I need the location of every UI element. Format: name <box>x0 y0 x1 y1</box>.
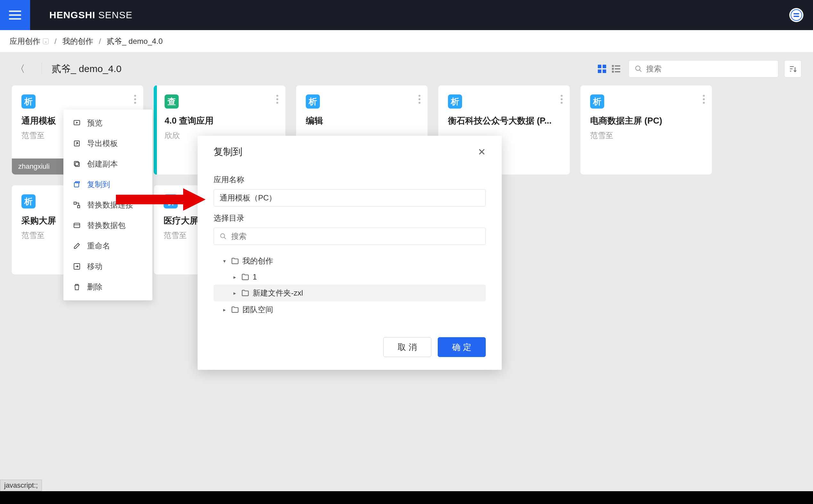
svg-rect-22 <box>74 161 78 166</box>
back-button[interactable]: 〈 <box>12 61 29 77</box>
menu-replace-pkg[interactable]: 替换数据包 <box>63 215 152 236</box>
rename-icon <box>72 241 81 250</box>
menu-label: 预览 <box>87 118 102 128</box>
duplicate-icon <box>72 159 81 168</box>
breadcrumb-separator: / <box>99 37 101 46</box>
copyto-icon <box>72 180 81 189</box>
tree-node-mywork[interactable]: ▾ 我的创作 <box>214 253 486 269</box>
svg-rect-7 <box>612 65 614 67</box>
tree-node-folder2[interactable]: ▸ 新建文件夹-zxl <box>214 285 486 301</box>
analysis-badge-icon: 析 <box>448 94 462 109</box>
svg-rect-4 <box>603 65 606 68</box>
card-more-button[interactable] <box>419 93 420 105</box>
analysis-badge-icon: 析 <box>21 194 36 208</box>
annotation-arrow <box>116 188 206 212</box>
topbar: HENGSHI SENSE <box>0 0 813 30</box>
statusbar-js-label: javascript:; <box>0 480 42 491</box>
cancel-button[interactable]: 取消 <box>383 337 431 357</box>
page-title: 贰爷_ demo_4.0 <box>52 62 121 76</box>
grid-icon <box>598 64 606 73</box>
menu-label: 创建副本 <box>87 159 118 169</box>
menu-rename[interactable]: 重命名 <box>63 236 152 256</box>
menu-move[interactable]: 移动 <box>63 256 152 277</box>
svg-rect-6 <box>603 69 606 73</box>
replace-pkg-icon <box>72 221 81 230</box>
delete-icon <box>72 282 81 291</box>
tree-label: 我的创作 <box>242 256 273 266</box>
copy-to-modal: 复制到 ✕ 应用名称 选择目录 ▾ 我的创作 ▸ 1 ▸ 新建文件夹-zxl <box>198 136 502 370</box>
svg-line-33 <box>224 237 226 239</box>
search-box[interactable] <box>629 60 778 77</box>
menu-label: 替换数据包 <box>87 220 126 231</box>
card-more-button[interactable] <box>703 93 705 105</box>
card-title: 电商数据主屏 (PC) <box>590 115 702 126</box>
breadcrumb-current: 贰爷_ demo_4.0 <box>107 36 163 46</box>
folder-icon <box>241 273 249 281</box>
svg-marker-19 <box>76 122 78 124</box>
sort-icon <box>789 65 797 73</box>
folder-tree: ▾ 我的创作 ▸ 1 ▸ 新建文件夹-zxl ▸ 团队空间 <box>214 253 486 318</box>
menu-delete[interactable]: 删除 <box>63 277 152 297</box>
folder-icon <box>241 289 249 297</box>
search-icon <box>635 65 642 73</box>
card-owner: 范雪至 <box>590 130 702 141</box>
grid-view-button[interactable] <box>597 64 607 74</box>
menu-label: 删除 <box>87 282 102 292</box>
caret-down-icon: ▾ <box>223 258 228 264</box>
app-name-input[interactable] <box>214 189 486 207</box>
menu-label: 导出模板 <box>87 138 118 149</box>
confirm-button[interactable]: 确定 <box>438 337 486 357</box>
page-header: 〈 贰爷_ demo_4.0 <box>0 53 813 85</box>
card-more-button[interactable] <box>561 93 563 105</box>
svg-rect-12 <box>615 71 620 72</box>
svg-rect-26 <box>77 206 80 208</box>
svg-point-13 <box>636 66 640 70</box>
chevron-down-icon: ⌄ <box>43 38 49 44</box>
modal-header: 复制到 ✕ <box>198 136 502 165</box>
svg-rect-9 <box>612 68 614 70</box>
analysis-badge-icon: 析 <box>590 94 604 109</box>
tree-node-folder1[interactable]: ▸ 1 <box>214 269 486 285</box>
card-more-button[interactable] <box>276 93 278 105</box>
card-more-button[interactable] <box>134 93 136 105</box>
menu-preview[interactable]: 预览 <box>63 113 152 133</box>
hamburger-menu-button[interactable] <box>0 0 30 30</box>
preview-icon <box>72 118 81 127</box>
avatar-icon <box>791 9 802 21</box>
search-input[interactable] <box>646 64 772 73</box>
svg-rect-10 <box>615 68 620 69</box>
dir-search-input[interactable] <box>231 232 480 241</box>
svg-rect-11 <box>612 71 614 73</box>
folder-icon <box>231 305 239 314</box>
tree-label: 新建文件夹-zxl <box>253 288 303 298</box>
analysis-badge-icon: 析 <box>306 94 320 109</box>
svg-rect-25 <box>74 202 76 204</box>
svg-point-32 <box>221 234 225 238</box>
label-select-dir: 选择目录 <box>214 213 486 223</box>
hamburger-icon <box>9 11 21 20</box>
dir-search-box[interactable] <box>214 228 486 245</box>
sort-button[interactable] <box>784 60 801 77</box>
menu-duplicate[interactable]: 创建副本 <box>63 154 152 174</box>
svg-line-14 <box>639 70 641 72</box>
list-view-button[interactable] <box>611 64 621 74</box>
card-title: 编辑 <box>306 115 418 126</box>
user-avatar[interactable] <box>789 8 803 22</box>
query-badge-icon: 查 <box>165 94 179 109</box>
brand-logo: HENGSHI SENSE <box>49 10 133 20</box>
svg-rect-30 <box>116 195 186 204</box>
modal-close-button[interactable]: ✕ <box>478 146 486 158</box>
menu-label: 重命名 <box>87 241 110 251</box>
card-title: 衡石科技公众号大数据 (P... <box>448 115 560 126</box>
svg-rect-2 <box>793 16 799 17</box>
svg-rect-23 <box>74 183 79 187</box>
breadcrumb-root[interactable]: 应用创作 ⌄ <box>10 36 49 46</box>
menu-export[interactable]: 导出模板 <box>63 133 152 154</box>
app-card[interactable]: 析 电商数据主屏 (PC) 范雪至 <box>580 85 712 175</box>
breadcrumb: 应用创作 ⌄ / 我的创作 / 贰爷_ demo_4.0 <box>0 30 813 53</box>
svg-rect-5 <box>598 69 601 73</box>
svg-rect-8 <box>615 65 620 67</box>
breadcrumb-mywork[interactable]: 我的创作 <box>62 36 93 46</box>
breadcrumb-separator: / <box>54 37 57 46</box>
tree-node-teamspace[interactable]: ▸ 团队空间 <box>214 301 486 318</box>
